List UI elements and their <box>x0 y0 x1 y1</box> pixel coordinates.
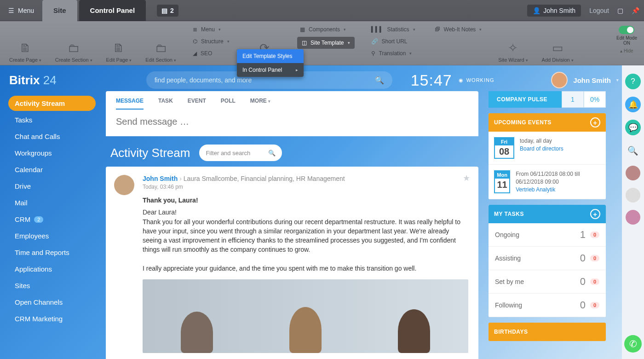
composer-tab-poll[interactable]: POLL <box>221 98 236 110</box>
edit-page-button[interactable]: 🗎Edit Page▾ <box>106 25 132 63</box>
ribbon-menu[interactable]: ≣Menu▾ <box>190 25 232 34</box>
sidebar-item-tasks[interactable]: Tasks <box>8 112 96 127</box>
composer-tab-message[interactable]: MESSAGE <box>116 98 144 110</box>
search-input[interactable] <box>155 76 375 84</box>
stream-filter[interactable]: Filter and search🔍 <box>199 145 282 161</box>
sidebar-item-applications[interactable]: Applications <box>8 261 96 277</box>
sidebar-item-sites[interactable]: Sites <box>8 278 96 293</box>
search-icon: 🔍 <box>268 150 276 156</box>
sidebar-item-calendar[interactable]: Calendar <box>8 162 96 177</box>
tree-icon: ⌬ <box>193 38 197 45</box>
ribbon-short-url[interactable]: 🔗Short URL <box>368 37 418 46</box>
chat-button[interactable]: 💬 <box>625 120 641 135</box>
help-button[interactable]: ? <box>625 74 641 89</box>
composer-input[interactable] <box>116 116 468 127</box>
admin-appbar: ☰ Menu Site Control Panel ▤ 2 👤 John Smi… <box>0 0 644 21</box>
sidebar-item-open-channels[interactable]: Open Channels <box>8 295 96 310</box>
person-icon: 👤 <box>533 7 540 14</box>
pulse-v1: 1 <box>562 91 584 108</box>
globe-icon: ⚲ <box>371 50 375 57</box>
search-icon[interactable]: 🔍 <box>375 76 384 85</box>
events-header: UPCOMING EVENTS + <box>489 113 606 132</box>
event-link[interactable]: Board of directors <box>520 145 564 152</box>
company-pulse[interactable]: COMPANY PULSE 1 0% <box>489 91 606 108</box>
notification-badge[interactable]: ▤ 2 <box>157 5 178 17</box>
sidebar-item-crm[interactable]: CRM2 <box>8 212 96 227</box>
list-icon: ≣ <box>193 26 197 33</box>
task-row-ongoing[interactable]: Ongoing10 <box>489 223 606 247</box>
sidebar-item-mail[interactable]: Mail <box>8 195 96 210</box>
create-section-button[interactable]: 🗀Create Section▾ <box>55 25 92 63</box>
post-author[interactable]: John Smith <box>143 175 178 182</box>
logo[interactable]: Bitrix 24 <box>9 73 57 87</box>
right-rail: ? 🔔 💬 🔍 ✆ <box>622 65 644 359</box>
contact-avatar[interactable] <box>626 188 640 203</box>
appbar-right: 👤 John Smith Logout ▢ 📌 <box>527 5 639 17</box>
sidebar-item-drive[interactable]: Drive <box>8 179 96 194</box>
add-division-button[interactable]: ▭Add Division▾ <box>542 25 574 63</box>
composer-tab-event[interactable]: EVENT <box>188 98 206 110</box>
ribbon-seo[interactable]: ◢SEO <box>190 49 232 58</box>
star-icon[interactable]: ★ <box>463 173 470 183</box>
sidebar-item-crm-marketing[interactable]: CRM Marketing <box>8 311 96 326</box>
portal-user-name: John Smith <box>573 76 611 84</box>
post-head: John Smith › Laura Smallcombe, Financial… <box>143 175 468 190</box>
task-row-following[interactable]: Following00 <box>489 294 606 317</box>
create-page-button[interactable]: 🗎Create Page▾ <box>9 25 41 63</box>
page-edit-icon: 🗎 <box>113 41 125 55</box>
tab-control-panel[interactable]: Control Panel <box>79 0 146 21</box>
sidebar-item-chat[interactable]: Chat and Calls <box>8 129 96 144</box>
pin-icon[interactable]: 📌 <box>632 7 639 14</box>
dd-in-control-panel[interactable]: In Control Panel▸ <box>237 63 304 77</box>
admin-ribbon: 🗎Create Page▾ 🗀Create Section▾ 🗎Edit Pag… <box>0 21 644 65</box>
post-avatar[interactable] <box>114 175 134 195</box>
contact-avatar[interactable] <box>626 210 640 225</box>
sidebar-item-workgroups[interactable]: Workgroups <box>8 145 96 161</box>
ribbon-col-notes: 🗊Web-It Notes▾ <box>432 25 485 34</box>
portal-user-chip[interactable]: John Smith ▾ <box>551 72 619 88</box>
crm-badge: 2 <box>34 216 43 223</box>
post-image[interactable] <box>143 279 468 353</box>
birthdays-card: BIRTHDAYS <box>489 323 606 341</box>
admin-user-chip[interactable]: 👤 John Smith <box>527 5 581 17</box>
add-task-button[interactable]: + <box>590 209 600 219</box>
sidebar-item-time-reports[interactable]: Time and Reports <box>8 245 96 260</box>
chart-icon: ◢ <box>193 50 197 57</box>
notifications-button[interactable]: 🔔 <box>625 97 641 112</box>
edit-section-button[interactable]: 🗀Edit Section▾ <box>145 25 176 63</box>
rail-search-button[interactable]: 🔍 <box>625 143 641 158</box>
ribbon-site-template[interactable]: ◫Site Template▾ <box>297 37 355 49</box>
event-row[interactable]: Mon11 From 06/11/2018 08:00 till 06/12/2… <box>489 165 606 199</box>
ribbon-translation[interactable]: ⚲Translation▾ <box>368 49 418 58</box>
birthdays-header: BIRTHDAYS <box>489 323 606 341</box>
work-status[interactable]: ◉WORKING <box>459 77 494 83</box>
site-wizard-button[interactable]: ✧Site Wizard▾ <box>498 25 528 63</box>
ribbon-statistics[interactable]: ▍▍▍Statistics▾ <box>368 25 418 34</box>
event-row[interactable]: Fri08 today, all dayBoard of directors <box>489 132 606 165</box>
window-icon[interactable]: ▢ <box>617 7 623 14</box>
logout-link[interactable]: Logout <box>589 7 609 14</box>
ribbon-webit-notes[interactable]: 🗊Web-It Notes▾ <box>432 25 485 34</box>
call-button[interactable]: ✆ <box>624 335 642 353</box>
task-row-assisting[interactable]: Assisting00 <box>489 247 606 270</box>
ribbon-structure[interactable]: ⌬Structure▾ <box>190 37 232 46</box>
contact-avatar[interactable] <box>626 166 640 180</box>
sidebar-item-activity-stream[interactable]: Activity Stream <box>8 96 96 111</box>
sidebar-item-employees[interactable]: Employees <box>8 228 96 243</box>
post-recipients[interactable]: Laura Smallcombe, Financial planning, HR… <box>184 175 345 182</box>
event-link[interactable]: Vertrieb Analytik <box>516 186 555 193</box>
add-event-button[interactable]: + <box>590 117 600 127</box>
ribbon-components[interactable]: ▦Components▾ <box>297 25 355 34</box>
clock[interactable]: 15:47 <box>411 71 452 89</box>
hide-button[interactable]: ▴ Hide <box>616 48 637 53</box>
menu-button[interactable]: ☰ Menu <box>0 7 42 14</box>
edit-mode-on: ON <box>616 41 637 46</box>
my-tasks-card: MY TASKS + Ongoing10 Assisting00 Set by … <box>489 205 606 317</box>
tab-site[interactable]: Site <box>42 0 77 21</box>
composer-tab-more[interactable]: MORE ▾ <box>250 98 270 110</box>
composer-tab-task[interactable]: TASK <box>158 98 173 110</box>
edit-mode-toggle[interactable] <box>619 26 634 34</box>
wand-icon: ✧ <box>508 41 518 55</box>
task-row-setbyme[interactable]: Set by me00 <box>489 270 606 294</box>
dd-edit-template-styles[interactable]: Edit Template Styles <box>237 49 304 63</box>
